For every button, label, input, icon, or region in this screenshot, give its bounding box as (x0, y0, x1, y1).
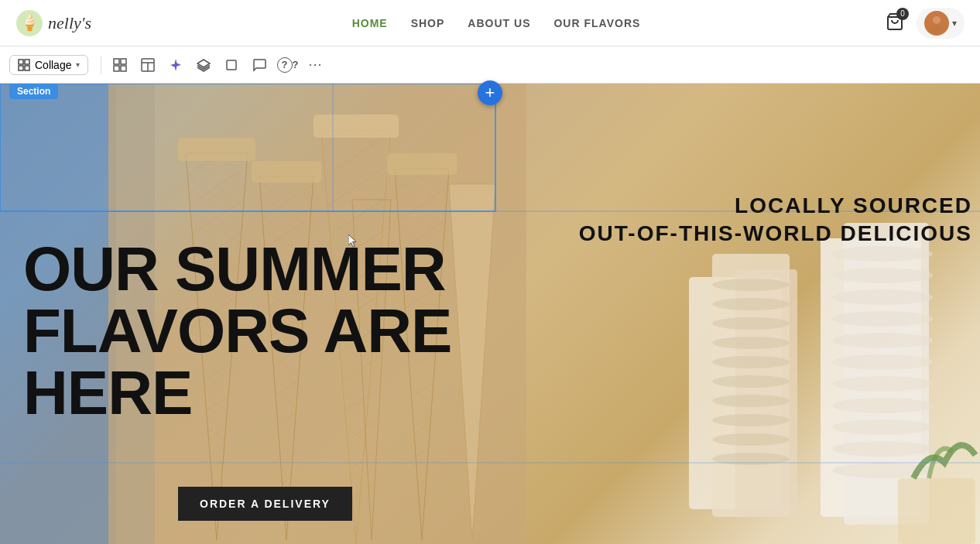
svg-rect-5 (19, 60, 23, 64)
logo-text: nelly's (48, 13, 91, 33)
nav-link-home[interactable]: HOME (352, 17, 388, 29)
svg-point-39 (712, 279, 790, 291)
svg-point-59 (832, 419, 933, 435)
svg-point-51 (832, 246, 933, 262)
main-content: OUR SUMMER FLAVORS ARE HERE LOCALLY SOUR… (0, 84, 980, 544)
crop-icon (224, 58, 238, 72)
sparkle-icon (169, 58, 183, 72)
svg-point-58 (832, 398, 933, 413)
help-icon: ? (277, 57, 293, 73)
svg-rect-7 (19, 66, 23, 70)
svg-point-52 (832, 268, 933, 283)
grid-icon (18, 59, 30, 71)
svg-point-47 (712, 433, 790, 446)
more-icon: ··· (308, 56, 322, 73)
collage-label: Collage (35, 59, 71, 71)
hero-headline: OUR SUMMER FLAVORS ARE HERE (23, 238, 451, 424)
svg-point-46 (712, 414, 790, 426)
headline-line-2: FLAVORS ARE (23, 300, 451, 362)
right-line-2: OUT-OF-THIS-WORLD DELICIOUS (579, 220, 972, 248)
nav-links: HOME SHOP ABOUT US OUR FLAVORS (107, 17, 886, 29)
toolbar: Collage ▾ ? ? ··· (0, 46, 980, 84)
layout-grid-button[interactable] (108, 53, 132, 77)
logo-icon: 🍦 (15, 9, 43, 37)
svg-point-4 (930, 25, 944, 34)
nav-link-flavors[interactable]: OUR FLAVORS (553, 17, 640, 29)
svg-rect-17 (227, 60, 236, 70)
more-button[interactable]: ··· (303, 53, 327, 77)
nav-bar: 🍦 nelly's HOME SHOP ABOUT US OUR FLAVORS… (0, 0, 980, 46)
nav-logo[interactable]: 🍦 nelly's (0, 9, 107, 37)
svg-rect-31 (314, 115, 399, 138)
section-label[interactable]: Section (9, 84, 58, 99)
help-button[interactable]: ? ? (275, 53, 300, 77)
svg-rect-33 (387, 153, 457, 175)
svg-point-40 (712, 298, 790, 310)
svg-point-45 (712, 395, 790, 407)
nav-link-about[interactable]: ABOUT US (468, 17, 530, 29)
headline-line-1: OUR SUMMER (23, 238, 451, 300)
layout-button[interactable] (135, 53, 160, 77)
layers-icon (197, 58, 211, 72)
hero-right-text: LOCALLY SOURCED OUT-OF-THIS-WORLD DELICI… (579, 192, 972, 248)
svg-rect-10 (121, 59, 126, 64)
svg-rect-8 (25, 66, 29, 70)
svg-point-41 (712, 317, 790, 330)
section-label-text: Section (17, 86, 50, 97)
svg-rect-9 (114, 59, 119, 64)
user-avatar (924, 11, 949, 36)
svg-point-42 (712, 337, 790, 349)
cart-badge: 0 (896, 8, 909, 20)
comment-button[interactable] (247, 53, 272, 77)
svg-rect-12 (121, 66, 126, 71)
svg-point-56 (832, 354, 933, 370)
layout-grid-icon (113, 58, 127, 72)
svg-rect-6 (25, 60, 29, 64)
svg-text:🍦: 🍦 (20, 13, 39, 32)
svg-rect-27 (178, 138, 255, 161)
svg-point-53 (832, 289, 933, 305)
headline-line-3: HERE (23, 362, 451, 424)
svg-point-55 (832, 333, 933, 348)
svg-rect-29 (252, 161, 321, 183)
layers-button[interactable] (191, 53, 216, 77)
svg-point-54 (832, 311, 933, 327)
user-menu[interactable]: ▾ (917, 8, 965, 39)
cart-button[interactable]: 0 (886, 12, 904, 34)
toolbar-divider-1 (101, 56, 101, 74)
plus-icon: + (485, 83, 495, 103)
svg-rect-11 (114, 66, 119, 71)
cta-label: ORDER A DELIVERY (200, 498, 331, 510)
svg-point-57 (832, 376, 933, 392)
collage-selector[interactable]: Collage ▾ (9, 55, 88, 75)
collage-chevron: ▾ (76, 60, 80, 69)
add-section-button[interactable]: + (478, 80, 502, 105)
crop-button[interactable] (219, 53, 244, 77)
nav-right: 0 ▾ (886, 8, 980, 39)
right-line-1: LOCALLY SOURCED (579, 192, 972, 220)
svg-point-44 (712, 375, 790, 388)
layout-icon (141, 58, 155, 72)
chevron-down-icon: ▾ (952, 18, 957, 29)
sparkle-button[interactable] (163, 53, 188, 77)
svg-point-3 (933, 16, 941, 24)
svg-point-60 (832, 441, 933, 457)
svg-point-43 (712, 356, 790, 368)
nav-link-shop[interactable]: SHOP (411, 17, 445, 29)
cta-button[interactable]: ORDER A DELIVERY (178, 487, 352, 521)
svg-rect-62 (898, 478, 975, 544)
svg-point-48 (712, 453, 790, 465)
comment-icon (252, 58, 266, 72)
